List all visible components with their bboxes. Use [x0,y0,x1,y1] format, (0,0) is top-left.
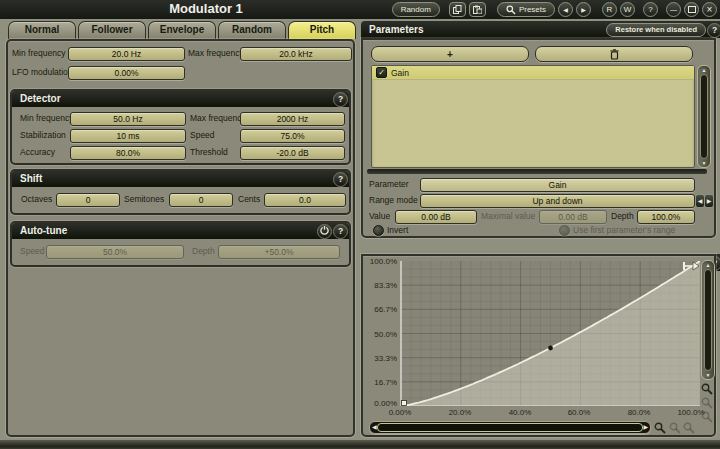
x-tick: 20.0% [440,408,480,417]
close-icon: × [707,4,713,16]
parameter-field[interactable]: Gain [420,178,695,192]
presets-button[interactable]: Presets [497,2,555,17]
scroll-left-icon[interactable]: ◀ [372,422,377,433]
zoom-reset-horizontal-icon[interactable] [683,420,697,434]
window-title: Modulator 1 [0,1,412,16]
detector-min-frequency-label: Min frequency [20,112,73,125]
scroll-up-icon[interactable]: ▲ [702,261,714,269]
parameter-list: ✓ Gain [371,65,695,168]
use-first-range-radio[interactable] [559,225,570,236]
shape-vertical-scrollbar[interactable]: ▲ ▼ [701,260,715,380]
add-parameter-button[interactable]: + [371,46,529,62]
restore-when-disabled-button[interactable]: Restore when disabled [606,23,706,37]
shift-header: Shift ? [12,171,349,187]
autotune-speed-field[interactable]: 50.0% [46,245,184,259]
tab-normal[interactable]: Normal [8,21,76,39]
parameters-panel: + ✓ Gain ▲ ▼ Parameter Gain Range mode U… [361,38,716,238]
paste-button[interactable] [469,2,486,17]
tab-random[interactable]: Random [218,21,286,39]
parameter-list-item-gain[interactable]: ✓ Gain [372,66,694,80]
max-frequency-field[interactable]: 20.0 kHz [240,47,352,61]
gain-checkbox[interactable]: ✓ [376,67,387,78]
scrollbar-thumb[interactable] [377,423,643,432]
x-tick: 0.00% [380,408,420,417]
zoom-out-vertical-icon[interactable] [701,395,715,409]
parameters-help-button[interactable]: ? [707,23,720,38]
tab-envelope[interactable]: Envelope [148,21,216,39]
zoom-out-horizontal-icon[interactable] [669,420,683,434]
shape-panel: 100.0% 83.3% 66.7% 50.0% 33.3% 16.7% 0.0… [361,254,716,437]
maximal-value-field[interactable]: 0.00 dB [539,210,607,224]
detector-help-button[interactable]: ? [333,92,348,107]
depth-label: Depth [611,210,634,223]
autotune-power-button[interactable] [317,224,332,239]
random-button-label: Random [401,3,431,16]
tab-pitch[interactable]: Pitch [288,21,356,39]
prev-preset-button[interactable]: ◀ [558,2,573,17]
titlebar-buttons: Random Presets ◀ ▶ R W ? — × [392,2,717,17]
octaves-field[interactable]: 0 [56,193,120,207]
range-mode-next-button[interactable]: ▶ [704,194,714,208]
delete-parameter-button[interactable] [535,46,693,62]
read-automation-button[interactable]: R [602,2,617,17]
value-label: Value [369,210,390,223]
detector-max-frequency-field[interactable]: 2000 Hz [240,112,345,126]
x-tick: 40.0% [500,408,540,417]
semitones-field[interactable]: 0 [169,193,233,207]
shift-help-button[interactable]: ? [333,172,348,187]
min-frequency-label: Min frequency [12,47,65,60]
next-preset-button[interactable]: ▶ [576,2,591,17]
maximize-icon [688,6,696,13]
octaves-label: Octaves [21,193,52,206]
trash-icon [610,49,619,60]
scroll-down-icon[interactable]: ▼ [702,371,714,379]
stabilization-field[interactable]: 10 ms [70,129,186,143]
threshold-field[interactable]: -20.0 dB [240,146,345,160]
right-arrow-icon: ▶ [581,7,586,13]
invert-radio[interactable] [373,225,384,236]
shape-plot[interactable] [400,261,700,406]
parameter-list-scrollbar[interactable]: ▲ ▼ [697,65,711,168]
copy-icon [453,5,462,14]
help-button[interactable]: ? [643,2,658,17]
maximize-button[interactable] [684,2,699,17]
tab-follower[interactable]: Follower [78,21,146,39]
zoom-in-horizontal-icon[interactable] [654,420,668,434]
detector-section: Detector ? Min frequency 50.0 Hz Max fre… [10,89,351,165]
zoom-reset-vertical-icon[interactable] [701,409,715,423]
autotune-section: Auto-tune ? Speed 50.0% Depth +50.0% [10,221,351,267]
value-field[interactable]: 0.00 dB [395,210,477,224]
shape-horizontal-scrollbar[interactable]: ◀ ▶ [369,421,651,434]
scroll-up-icon[interactable]: ▲ [698,66,710,74]
lfo-modulation-label: LFO modulation [12,66,72,79]
accuracy-field[interactable]: 80.0% [70,146,186,160]
close-button[interactable]: × [702,2,717,17]
autotune-depth-field[interactable]: +50.0% [218,245,340,259]
scrollbar-thumb[interactable] [704,269,712,371]
paste-icon [473,5,482,14]
range-mode-field[interactable]: Up and down [420,194,695,208]
zoom-in-vertical-icon[interactable] [701,381,715,395]
right-arrow-icon: ▶ [707,198,712,204]
detector-speed-field[interactable]: 75.0% [240,129,345,143]
random-button[interactable]: Random [392,2,440,17]
minimize-icon: — [670,4,677,16]
scrollbar-thumb[interactable] [700,74,708,159]
autotune-help-button[interactable]: ? [333,224,348,239]
scroll-down-icon[interactable]: ▼ [698,159,710,167]
lfo-modulation-field[interactable]: 0.00% [68,66,185,80]
minimize-button[interactable]: — [666,2,681,17]
depth-field[interactable]: 100.0% [637,210,695,224]
copy-button[interactable] [449,2,466,17]
accuracy-label: Accuracy [20,146,55,159]
detector-min-frequency-field[interactable]: 50.0 Hz [70,112,186,126]
write-automation-button[interactable]: W [620,2,635,17]
y-tick: 33.3% [364,354,397,363]
cents-field[interactable]: 0.0 [264,193,346,207]
divider [367,169,707,174]
y-tick: 66.7% [364,305,397,314]
window-bottom-edge [0,440,720,449]
y-tick: 100.0% [364,257,397,266]
min-frequency-field[interactable]: 20.0 Hz [68,47,185,61]
scroll-right-icon[interactable]: ▶ [643,422,648,433]
